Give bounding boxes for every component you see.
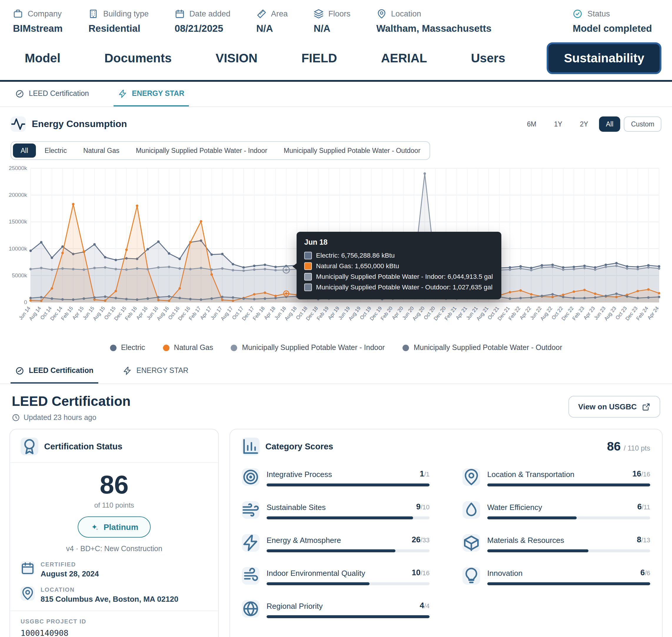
calendar-icon xyxy=(21,561,35,575)
category-progress-fill xyxy=(487,516,577,520)
category-label: Integrative Process xyxy=(267,470,332,479)
category-label: Indoor Environmental Quality xyxy=(267,569,365,578)
legend-dot xyxy=(163,344,169,351)
map-pin-icon xyxy=(21,586,35,601)
legend-item-municipally-supplied-potable-water-outdoor[interactable]: Municipally Supplied Potable Water - Out… xyxy=(403,344,562,352)
category-progress-fill xyxy=(267,615,429,618)
sustainability-page: CompanyBIMstreamBuilding typeResidential… xyxy=(0,0,672,637)
view-on-usgbc-label: View on USGBC xyxy=(578,402,637,411)
certified-label: CERTIFIED xyxy=(41,561,99,568)
tab-field[interactable]: FIELD xyxy=(299,47,339,70)
energy-consumption-section: Energy Consumption 6M1Y2YAllCustom AllEl… xyxy=(0,107,672,352)
legend-label: Municipally Supplied Potable Water - Ind… xyxy=(242,344,385,352)
subtab-leed-certification[interactable]: LEED Certification xyxy=(11,82,93,107)
category-energy-atmosphere: Energy & Atmosphere26/33 xyxy=(242,534,429,552)
updated-text: Updated 23 hours ago xyxy=(23,414,96,422)
category-scores-card: Category Scores 86 / 110 pts Integrative… xyxy=(229,429,662,637)
bolt-icon xyxy=(118,89,127,98)
category-progress-fill xyxy=(267,484,429,487)
certification-status-card: Certification Status 86 of 110 points Pl… xyxy=(10,429,219,637)
range-button-6m[interactable]: 6M xyxy=(520,116,544,132)
legend-label: Electric xyxy=(121,344,145,352)
subtab-energy-star[interactable]: ENERGY STAR xyxy=(113,82,189,107)
subtab-energy-star[interactable]: ENERGY STAR xyxy=(118,359,193,383)
leed-icon xyxy=(15,89,24,98)
tooltip-title: Jun 18 xyxy=(304,238,494,247)
meta-label-date-added: Date added xyxy=(189,10,230,18)
tooltip-row-text: Electric: 6,756,288.86 kBtu xyxy=(316,251,394,261)
divider xyxy=(10,462,218,463)
tab-sustainability[interactable]: Sustainability xyxy=(547,42,661,74)
category-score: 6/11 xyxy=(637,501,650,512)
category-score: 6/6 xyxy=(640,567,650,578)
category-score: 10/16 xyxy=(412,567,429,578)
category-progress-fill xyxy=(487,582,650,585)
bolt-icon xyxy=(242,534,260,552)
meta-value-building-type: Residential xyxy=(89,23,149,34)
legend-item-natural-gas[interactable]: Natural Gas xyxy=(163,344,213,352)
meta-field-status: StatusModel completed xyxy=(572,9,652,34)
ruler-icon xyxy=(256,9,266,19)
view-on-usgbc-button[interactable]: View on USGBC xyxy=(568,396,660,418)
tooltip-row-text: Municipally Supplied Potable Water - Out… xyxy=(316,282,493,293)
legend-item-municipally-supplied-potable-water-indoor[interactable]: Municipally Supplied Potable Water - Ind… xyxy=(231,344,385,352)
category-integrative-process: Integrative Process1/1 xyxy=(242,468,429,487)
subtab-label: ENERGY STAR xyxy=(137,366,189,375)
filter-chip-municipally-supplied-potable-water-indoor[interactable]: Municipally Supplied Potable Water - Ind… xyxy=(128,144,275,158)
category-progress-track xyxy=(487,516,650,520)
filter-chip-electric[interactable]: Electric xyxy=(37,144,74,158)
meta-field-location: LocationWaltham, Massachusetts xyxy=(376,9,491,34)
map-pin-icon xyxy=(376,9,386,19)
tab-vision[interactable]: VISION xyxy=(213,47,260,70)
svg-text:5000k: 5000k xyxy=(12,272,27,278)
filter-chip-natural-gas[interactable]: Natural Gas xyxy=(76,144,127,158)
category-label: Energy & Atmosphere xyxy=(267,536,341,545)
category-materials-resources: Materials & Resources8/13 xyxy=(462,534,650,552)
certification-card-title: Certification Status xyxy=(44,442,122,451)
energy-section-title: Energy Consumption xyxy=(32,119,127,129)
tab-users[interactable]: Users xyxy=(469,47,508,70)
subtabs-bottom: LEED CertificationENERGY STAR xyxy=(0,359,672,384)
category-progress-track xyxy=(267,549,429,552)
category-water-efficiency: Water Efficiency6/11 xyxy=(462,501,650,520)
location-row: LOCATION 815 Columbus Ave, Boston, MA 02… xyxy=(21,586,208,603)
meta-label-floors: Floors xyxy=(328,10,350,18)
series-filter-group: AllElectricNatural GasMunicipally Suppli… xyxy=(11,141,430,160)
category-progress-fill xyxy=(267,549,395,552)
location-value: 815 Columbus Ave, Boston, MA 02120 xyxy=(41,595,178,603)
tab-model[interactable]: Model xyxy=(22,47,63,70)
subtab-leed-certification[interactable]: LEED Certification xyxy=(11,359,98,383)
sparkles-icon xyxy=(90,523,99,531)
bolt-icon xyxy=(123,366,132,375)
range-button-2y[interactable]: 2Y xyxy=(573,116,595,132)
meta-value-company: BIMstream xyxy=(13,23,63,34)
range-button-all[interactable]: All xyxy=(599,116,620,132)
category-score: 1/1 xyxy=(420,468,429,479)
category-progress-track xyxy=(487,484,650,487)
location-label: LOCATION xyxy=(41,586,178,593)
range-button-1y[interactable]: 1Y xyxy=(547,116,569,132)
tab-documents[interactable]: Documents xyxy=(102,47,174,70)
legend-item-electric[interactable]: Electric xyxy=(110,344,145,352)
legend-dot xyxy=(110,344,116,351)
category-label: Water Efficiency xyxy=(487,503,542,512)
category-progress-track xyxy=(267,615,429,618)
leed-version: v4 · BD+C: New Construction xyxy=(21,545,208,553)
category-label: Sustainable Sites xyxy=(267,503,326,512)
category-progress-track xyxy=(267,516,429,520)
subtab-label: LEED Certification xyxy=(29,366,93,375)
droplet-icon xyxy=(462,501,480,519)
updated-status: Updated 23 hours ago xyxy=(12,414,131,422)
map-pin-icon xyxy=(462,468,480,486)
filter-chip-all[interactable]: All xyxy=(13,144,36,158)
filter-chip-municipally-supplied-potable-water-outdoor[interactable]: Municipally Supplied Potable Water - Out… xyxy=(276,144,428,158)
meta-value-status: Model completed xyxy=(572,23,652,34)
tab-aerial[interactable]: AERIAL xyxy=(379,47,429,70)
project-id-value: 1000140908 xyxy=(21,628,208,637)
category-progress-track xyxy=(267,582,429,585)
category-total-suffix: / 110 pts xyxy=(624,444,650,452)
range-button-custom[interactable]: Custom xyxy=(624,116,661,132)
svg-text:25000k: 25000k xyxy=(9,165,28,171)
category-regional-priority: Regional Priority4/4 xyxy=(242,600,429,618)
meta-value-date-added: 08/21/2025 xyxy=(175,23,230,34)
